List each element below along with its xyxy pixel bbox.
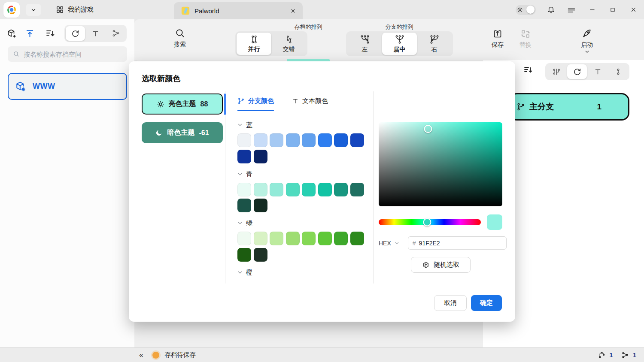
color-swatch[interactable] — [254, 183, 267, 196]
view-history-button[interactable] — [66, 26, 85, 41]
color-swatch[interactable] — [270, 232, 283, 245]
confirm-button[interactable]: 确定 — [471, 295, 502, 311]
add-archive-space-button[interactable] — [4, 26, 19, 41]
hamburger-icon — [567, 6, 576, 13]
color-swatch[interactable] — [302, 133, 316, 147]
parallel-icon — [249, 35, 259, 44]
layout-interleave-button[interactable]: 交错 — [271, 33, 306, 55]
color-swatch[interactable] — [237, 133, 251, 147]
notifications-button[interactable] — [545, 4, 556, 16]
color-swatch[interactable] — [254, 199, 267, 212]
color-swatch[interactable] — [318, 133, 332, 147]
color-swatch[interactable] — [254, 133, 267, 147]
archive-layout-group-label: 存档的排列 — [295, 23, 322, 31]
view-graph-button[interactable] — [106, 26, 125, 41]
archive-search-input[interactable] — [24, 51, 118, 58]
color-section-header[interactable]: 橙 — [237, 268, 365, 277]
panel-history-button[interactable] — [567, 64, 587, 79]
sort-button[interactable] — [43, 26, 58, 41]
color-swatch[interactable] — [350, 183, 364, 196]
layout-parallel-button[interactable]: 并行 — [237, 33, 271, 55]
tab-close-icon[interactable] — [290, 8, 296, 14]
color-swatch[interactable] — [237, 248, 251, 262]
pin-top-button[interactable] — [22, 26, 37, 41]
hue-slider-handle[interactable] — [423, 218, 431, 226]
color-swatch[interactable] — [254, 232, 267, 245]
theme-toggle[interactable] — [516, 5, 536, 15]
tab-my-games[interactable]: 我的游戏 — [52, 0, 98, 19]
archive-space-item-www[interactable]: WWW — [8, 73, 127, 100]
color-swatch[interactable] — [254, 150, 267, 163]
panel-sort-button[interactable] — [521, 63, 535, 77]
app-logo[interactable] — [3, 2, 20, 18]
color-swatch[interactable] — [270, 183, 283, 196]
branch-align-center-button[interactable]: 居中 — [382, 33, 417, 55]
minimize-button[interactable] — [586, 4, 598, 16]
app-menu-chevron-button[interactable] — [26, 4, 41, 16]
color-swatch[interactable] — [286, 133, 300, 147]
hex-input[interactable]: # 91F2E2 — [408, 236, 507, 250]
main-menu-button[interactable] — [566, 4, 577, 16]
color-swatch[interactable] — [286, 232, 300, 245]
color-swatch[interactable] — [237, 150, 251, 163]
search-icon — [13, 51, 20, 57]
collapse-sidebar-button[interactable]: « — [139, 351, 143, 359]
color-swatch[interactable] — [286, 183, 300, 196]
color-section-name: 青 — [246, 170, 252, 178]
chevron-down-icon — [237, 172, 243, 176]
branch-align-left-button[interactable]: 左 — [347, 33, 382, 55]
chevron-down-icon[interactable] — [395, 241, 399, 245]
theme-list-scrollbar[interactable] — [224, 94, 226, 115]
tab-text-color[interactable]: 文本颜色 — [292, 97, 328, 111]
branch-align-right-button[interactable]: 右 — [417, 33, 452, 55]
hue-slider[interactable] — [379, 219, 481, 225]
archive-search[interactable] — [8, 46, 127, 62]
color-section-header[interactable]: 蓝 — [237, 121, 365, 129]
sidebar-toolbar — [4, 25, 127, 42]
panel-text-button[interactable] — [588, 64, 608, 79]
maximize-button[interactable] — [607, 4, 618, 16]
color-swatch[interactable] — [334, 183, 348, 196]
color-swatch[interactable] — [350, 232, 364, 245]
color-swatch[interactable] — [334, 232, 348, 245]
launch-button[interactable]: 启动 — [581, 28, 593, 54]
panel-commits-button[interactable] — [608, 64, 628, 79]
color-swatch[interactable] — [237, 183, 251, 196]
panel-compare-button[interactable] — [547, 64, 566, 79]
light-theme-value: 88 — [200, 100, 208, 108]
color-swatch[interactable] — [302, 183, 316, 196]
save-button[interactable]: 保存 — [492, 29, 504, 49]
color-swatch[interactable] — [237, 199, 251, 212]
close-window-button[interactable] — [628, 4, 639, 16]
main-branch-label: 主分支 — [529, 101, 554, 112]
light-theme-button[interactable]: 亮色主题 88 — [142, 94, 223, 115]
color-swatch[interactable] — [318, 183, 332, 196]
color-section-name: 绿 — [246, 219, 252, 227]
cancel-button[interactable]: 取消 — [434, 295, 467, 311]
saturation-value-area[interactable] — [379, 122, 502, 206]
replace-button[interactable]: 替换 — [519, 29, 532, 49]
tab-palworld[interactable]: Palworld — [174, 2, 303, 19]
random-pick-button[interactable]: 随机选取 — [411, 257, 471, 273]
color-swatch[interactable] — [302, 232, 316, 245]
replace-icon — [520, 29, 531, 39]
color-swatch[interactable] — [254, 248, 267, 262]
theme-list-divider — [225, 91, 225, 284]
color-swatch[interactable] — [237, 232, 251, 245]
tab-branch-color-label: 分支颜色 — [248, 97, 274, 105]
save-label: 保存 — [492, 41, 504, 49]
color-swatch[interactable] — [318, 232, 332, 245]
branch-align-left-label: 左 — [362, 46, 368, 54]
view-text-button[interactable] — [86, 26, 105, 41]
color-swatch[interactable] — [350, 133, 364, 147]
color-section-header[interactable]: 绿 — [237, 219, 365, 227]
color-swatch[interactable] — [334, 133, 348, 147]
main-branch-pill[interactable]: 主分支 1 — [509, 93, 629, 121]
color-section-header[interactable]: 青 — [237, 170, 365, 178]
tab-branch-color[interactable]: 分支颜色 — [237, 97, 274, 111]
color-swatch[interactable] — [270, 133, 283, 147]
dark-theme-button[interactable]: 暗色主题 -61 — [142, 122, 223, 143]
minimize-icon — [589, 6, 595, 13]
gradient-handle[interactable] — [424, 125, 432, 133]
search-tool-button[interactable]: 搜索 — [174, 28, 186, 48]
